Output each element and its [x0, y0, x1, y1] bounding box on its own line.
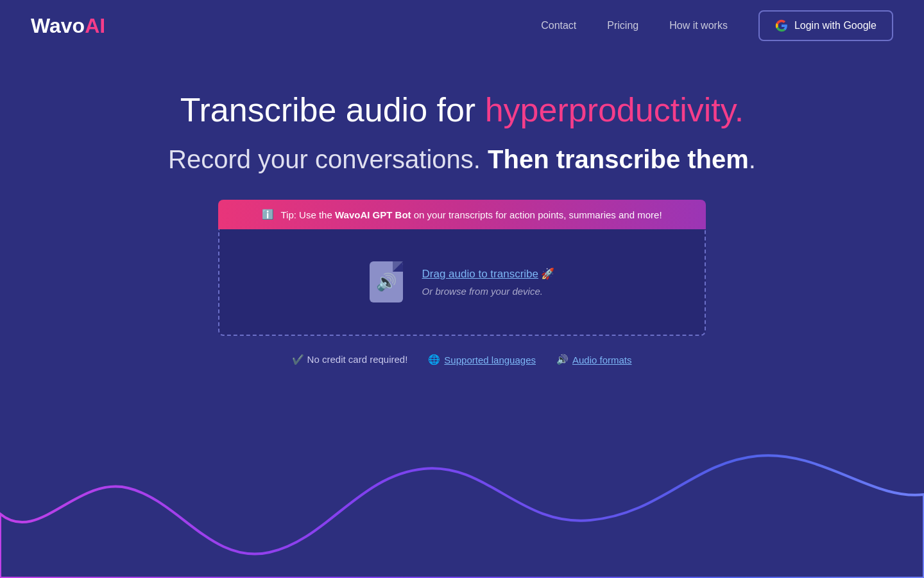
tip-text: Tip: Use the WavoAI GPT Bot on your tran…	[280, 209, 662, 220]
drop-link-line: Drag audio to transcribe 🚀	[422, 267, 555, 281]
globe-icon: 🌐	[428, 354, 440, 365]
navbar: WavoAI Contact Pricing How it works Logi…	[0, 0, 924, 51]
drop-zone[interactable]: 🔊 Drag audio to transcribe 🚀 Or browse f…	[218, 229, 706, 336]
speaker-symbol: 🔊	[376, 272, 397, 292]
no-credit-text: ✔️ No credit card required!	[292, 354, 407, 365]
nav-pricing[interactable]: Pricing	[607, 20, 638, 31]
tip-info-icon: ℹ️	[262, 209, 274, 220]
logo-wavo: Wavo	[31, 14, 85, 37]
tip-banner: ℹ️ Tip: Use the WavoAI GPT Bot on your t…	[218, 200, 706, 229]
upload-container: ℹ️ Tip: Use the WavoAI GPT Bot on your t…	[218, 200, 706, 336]
hero-subtitle-bold: Then transcribe them	[488, 145, 749, 173]
hero-title-accent: hyperproductivity.	[485, 91, 744, 128]
drop-text: Drag audio to transcribe 🚀 Or browse fro…	[422, 267, 555, 297]
nav-links: Contact Pricing How it works Login with …	[541, 10, 893, 41]
google-icon	[775, 19, 788, 32]
tip-suffix: on your transcripts for action points, s…	[411, 209, 662, 220]
hero-title: Transcribe audio for hyperproductivity.	[13, 90, 911, 130]
logo[interactable]: WavoAI	[31, 14, 105, 38]
speaker-icon: 🔊	[556, 354, 569, 365]
drop-browse-text: Or browse from your device.	[422, 286, 555, 297]
nav-contact[interactable]: Contact	[541, 20, 576, 31]
supported-languages-item: 🌐 Supported languages	[428, 354, 536, 365]
audio-formats-link[interactable]: Audio formats	[572, 355, 632, 365]
hero-subtitle: Record your conversations. Then transcri…	[13, 145, 911, 174]
features-row: ✔️ No credit card required! 🌐 Supported …	[13, 354, 911, 365]
rocket-icon: 🚀	[541, 268, 554, 280]
login-button-label: Login with Google	[794, 20, 877, 31]
audio-file-icon: 🔊	[370, 261, 403, 302]
hero-title-start: Transcribe audio for	[180, 91, 485, 128]
supported-languages-link[interactable]: Supported languages	[444, 355, 536, 365]
nav-how-it-works[interactable]: How it works	[669, 20, 728, 31]
wave-decoration	[0, 372, 924, 578]
logo-ai: AI	[85, 14, 105, 37]
no-credit-card: ✔️ No credit card required!	[292, 354, 407, 365]
wave-svg	[0, 372, 924, 578]
tip-prefix: Tip: Use the	[280, 209, 334, 220]
hero-section: Transcribe audio for hyperproductivity. …	[0, 51, 924, 391]
drag-audio-link[interactable]: Drag audio to transcribe	[422, 268, 538, 280]
audio-formats-item: 🔊 Audio formats	[556, 354, 632, 365]
tip-bold: WavoAI GPT Bot	[335, 209, 411, 220]
hero-subtitle-end: .	[749, 145, 756, 173]
hero-subtitle-start: Record your conversations.	[168, 145, 488, 173]
login-with-google-button[interactable]: Login with Google	[758, 10, 893, 41]
